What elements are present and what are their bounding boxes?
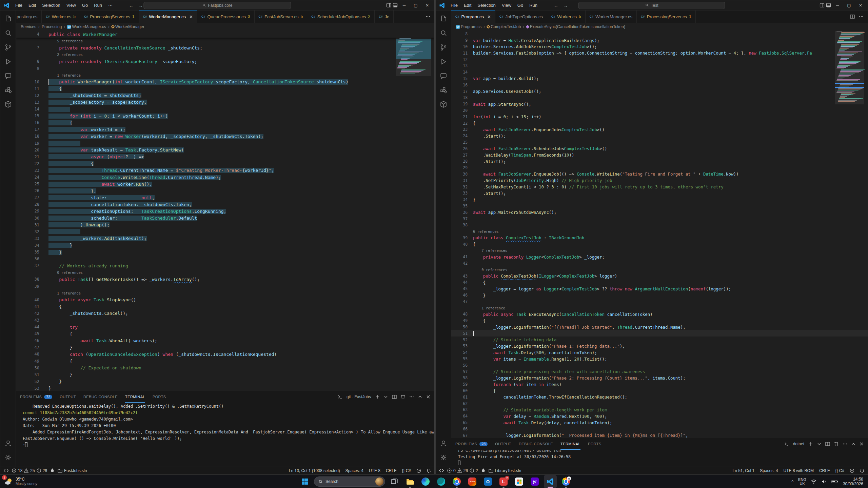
packages-icon[interactable] bbox=[2, 98, 15, 111]
tab-workermanagercs[interactable]: C#WorkerManager.cs bbox=[586, 11, 637, 23]
codelens-references[interactable]: 0 references bbox=[48, 270, 83, 274]
chat-icon[interactable] bbox=[437, 69, 450, 82]
menu-item-go[interactable]: Go bbox=[79, 2, 91, 9]
menu-item-file[interactable]: File bbox=[13, 2, 25, 9]
menu-item-selection[interactable]: Selection bbox=[39, 2, 63, 9]
run-debug-icon[interactable] bbox=[2, 55, 15, 68]
tab-scheduledjoboptionscs[interactable]: C#ScheduledJobOptions.cs2 bbox=[307, 11, 375, 23]
github-icon[interactable] bbox=[416, 468, 421, 473]
language-mode[interactable]: {} C# bbox=[402, 468, 411, 473]
nav-back-icon[interactable]: ← bbox=[129, 3, 134, 8]
split-icon[interactable] bbox=[850, 14, 855, 19]
outlook-icon[interactable]: O bbox=[481, 475, 494, 488]
close-button[interactable]: ✕ bbox=[422, 1, 432, 9]
terminal-profile-label[interactable]: dotnet bbox=[793, 442, 804, 446]
tab-workermanagercs[interactable]: C#WorkerManager.cs✕ bbox=[139, 11, 197, 23]
tab-queueprocessorcs[interactable]: C#QueueProcessor.cs3 bbox=[197, 11, 255, 23]
breadcrumb-item[interactable]: ExecuteAsync(CancellationToken cancellat… bbox=[526, 24, 625, 29]
battery-icon[interactable] bbox=[831, 480, 838, 484]
close-button[interactable]: ✕ bbox=[855, 1, 866, 9]
encoding[interactable]: UTF-8 bbox=[369, 468, 380, 473]
panel-tab-terminal[interactable]: TERMINAL bbox=[560, 438, 580, 450]
eol[interactable]: CRLF bbox=[386, 468, 396, 473]
shell-app-icon[interactable] bbox=[435, 475, 448, 488]
panel-split-icon[interactable] bbox=[392, 394, 397, 399]
run-debug-icon[interactable] bbox=[437, 55, 450, 68]
menu-item-edit[interactable]: Edit bbox=[26, 2, 39, 9]
nav-back-icon[interactable]: ← bbox=[554, 3, 558, 8]
nav-forward-icon[interactable]: → bbox=[138, 3, 143, 8]
panel-chevron-up-icon[interactable] bbox=[418, 395, 422, 399]
file-explorer-icon[interactable] bbox=[403, 475, 416, 488]
more-icon[interactable] bbox=[426, 14, 430, 19]
language-indicator[interactable]: ENGUK bbox=[798, 477, 806, 486]
tab-close-icon[interactable]: ✕ bbox=[189, 14, 193, 19]
menu-item-run[interactable]: Run bbox=[91, 2, 105, 9]
menu-item-view[interactable]: View bbox=[64, 2, 79, 9]
notifications-bell-icon[interactable] bbox=[427, 468, 431, 473]
source-control-icon[interactable] bbox=[2, 41, 15, 54]
account-icon[interactable] bbox=[437, 437, 450, 450]
menu-item-selection[interactable]: Selection bbox=[475, 2, 498, 9]
panel-tab-debug-console[interactable]: DEBUG CONSOLE bbox=[519, 438, 553, 450]
extensions-icon[interactable] bbox=[2, 84, 15, 97]
terminal-output[interactable]: Removed EnqueueOptions.WaitDelay(), Adde… bbox=[16, 403, 434, 467]
tab-workercs[interactable]: C#Worker.cs5 bbox=[42, 11, 80, 23]
panel-close-icon[interactable] bbox=[860, 442, 864, 446]
panel-tab-output[interactable]: OUTPUT bbox=[60, 391, 76, 403]
weather-widget[interactable]: 1 35°C Mostly sunny bbox=[0, 477, 37, 486]
tab-workercs[interactable]: C#Worker.cs5 bbox=[547, 11, 586, 23]
breadcrumb-item[interactable]: WorkerManager bbox=[112, 24, 144, 29]
minimap-slider[interactable] bbox=[835, 31, 864, 104]
extensions-icon[interactable] bbox=[437, 84, 450, 97]
breadcrumb-item[interactable]: Processing bbox=[42, 24, 62, 29]
settings-gear-icon[interactable] bbox=[437, 451, 450, 464]
code-editor[interactable]: 6 private readonly List<Task> _workers =… bbox=[16, 31, 434, 391]
codelens-references[interactable]: 1 reference bbox=[48, 291, 81, 295]
panel-more-icon[interactable] bbox=[409, 394, 414, 399]
breadcrumb-item[interactable]: C#WorkerManager.cs bbox=[67, 24, 106, 29]
codelens-references[interactable]: 2 references bbox=[48, 53, 83, 57]
terminal-profile-label[interactable]: git - FastJobs bbox=[347, 394, 371, 399]
yahoo-icon[interactable]: y! bbox=[528, 475, 541, 488]
command-center[interactable]: Test bbox=[578, 2, 725, 9]
explorer-icon[interactable] bbox=[437, 13, 450, 25]
more-icon[interactable] bbox=[859, 14, 864, 19]
eol[interactable]: CRLF bbox=[819, 468, 830, 473]
solution-indicator[interactable]: LibraryTest.sln bbox=[489, 468, 521, 473]
search-icon[interactable] bbox=[2, 27, 15, 40]
maximize-button[interactable]: ▢ bbox=[844, 1, 854, 9]
tab-close-icon[interactable]: ✕ bbox=[487, 14, 491, 19]
menu-item-edit[interactable]: Edit bbox=[461, 2, 474, 9]
remote-indicator-icon[interactable] bbox=[4, 468, 8, 473]
packages-icon[interactable] bbox=[437, 98, 450, 111]
command-center[interactable]: Fastjobs.core bbox=[143, 2, 291, 9]
panel-trash-icon[interactable] bbox=[401, 394, 405, 399]
tray-chevron-icon[interactable]: ^ bbox=[791, 479, 793, 484]
search-daily-image[interactable] bbox=[375, 477, 383, 486]
panel-tab-problems[interactable]: PROBLEMS72 bbox=[20, 391, 52, 403]
panel-tab-terminal[interactable]: TERMINAL bbox=[125, 391, 145, 403]
panel-add-icon[interactable] bbox=[808, 442, 813, 446]
source-control-icon[interactable] bbox=[437, 41, 450, 54]
encoding[interactable]: UTF-8 with BOM bbox=[784, 468, 814, 473]
problems-summary[interactable]: 0262 bbox=[447, 468, 478, 473]
explorer-icon[interactable] bbox=[2, 13, 15, 25]
panel-tab-output[interactable]: OUTPUT bbox=[495, 438, 511, 450]
panel-chevron-up-icon[interactable] bbox=[851, 442, 855, 446]
cursor-position[interactable]: Ln 51, Col 1 bbox=[733, 468, 755, 473]
account-icon[interactable] bbox=[2, 437, 15, 450]
tab-programcs[interactable]: C#Program.cs✕ bbox=[451, 11, 495, 23]
codelens-references[interactable]: 6 references bbox=[473, 229, 499, 233]
language-mode[interactable]: {} C# bbox=[835, 468, 844, 473]
menu-item-go[interactable]: Go bbox=[515, 2, 526, 9]
panel-chevron-down-icon[interactable] bbox=[817, 442, 821, 446]
breadcrumb-item[interactable]: C#Program.cs bbox=[456, 24, 481, 29]
cursor-position[interactable]: Ln 10, Col 1 (1008 selected) bbox=[289, 468, 340, 473]
terminal-output[interactable]: PS C:\Dev\CSharp\FastJobs\Test> dotnet r… bbox=[451, 450, 868, 467]
breadcrumb-item[interactable]: Services bbox=[21, 24, 36, 29]
hot-reload-icon[interactable] bbox=[51, 468, 54, 473]
panel-trash-icon[interactable] bbox=[834, 442, 839, 446]
remote-indicator-icon[interactable] bbox=[439, 468, 444, 473]
code-editor[interactable]: 89var builder = Host.CreateApplicationBu… bbox=[451, 31, 868, 438]
